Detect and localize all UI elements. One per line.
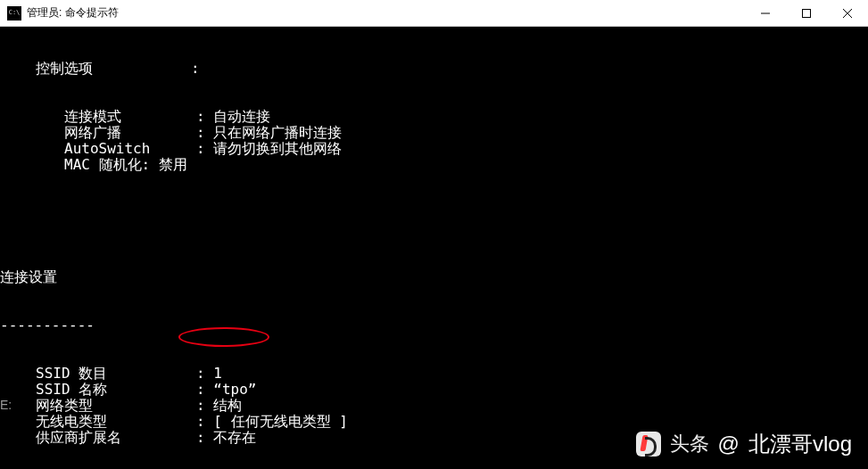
- control-header: 控制选项: [36, 61, 93, 77]
- colon: :: [196, 366, 213, 382]
- output-row: SSID 名称: “tpo”: [0, 382, 868, 398]
- output-row: 无线电类型: [ 任何无线电类型 ]: [0, 414, 868, 430]
- colon: :: [196, 109, 213, 125]
- field-value: 结构: [213, 398, 242, 414]
- field-value: 请勿切换到其他网络: [213, 141, 342, 157]
- watermark-user: 北漂哥vlog: [748, 430, 852, 458]
- output-row: SSID 数目: 1: [0, 366, 868, 382]
- maximize-button[interactable]: [786, 0, 827, 26]
- colon: :: [196, 430, 213, 446]
- colon: :: [196, 414, 213, 430]
- field-value: 1: [213, 366, 222, 382]
- field-label: MAC 随机化: 禁用: [64, 157, 196, 173]
- titlebar: 管理员: 命令提示符: [0, 0, 868, 27]
- field-label: SSID 数目: [36, 366, 196, 382]
- colon: :: [196, 398, 213, 414]
- colon: :: [196, 141, 213, 157]
- field-label: 网络广播: [64, 125, 196, 141]
- field-label: 网络类型: [36, 398, 196, 414]
- connection-header: 连接设置: [0, 269, 868, 285]
- field-value: 不存在: [213, 430, 256, 446]
- field-label: 无线电类型: [36, 414, 196, 430]
- field-label: 连接模式: [64, 109, 196, 125]
- watermark: 头条 @ 北漂哥vlog: [636, 430, 852, 458]
- output-row: 网络广播: 只在网络广播时连接: [0, 125, 868, 141]
- watermark-brand: 头条: [670, 431, 709, 457]
- divider: -----------: [0, 317, 868, 333]
- toutiao-logo-icon: [636, 432, 661, 457]
- field-label: SSID 名称: [36, 382, 196, 398]
- edge-text: E:: [0, 398, 12, 412]
- colon: :: [196, 125, 213, 141]
- minimize-button[interactable]: [745, 0, 786, 26]
- cmd-icon: [7, 6, 21, 21]
- close-button[interactable]: [827, 0, 868, 26]
- output-row: MAC 随机化: 禁用: [0, 157, 868, 173]
- field-value: 自动连接: [213, 109, 270, 125]
- output-row: AutoSwitch: 请勿切换到其他网络: [0, 141, 868, 157]
- window-title: 管理员: 命令提示符: [27, 5, 745, 21]
- watermark-at: @: [718, 432, 740, 457]
- field-value: 只在网络广播时连接: [213, 125, 342, 141]
- field-label: 供应商扩展名: [36, 430, 196, 446]
- field-label: AutoSwitch: [64, 141, 196, 157]
- window-controls: [745, 0, 868, 26]
- field-value: “tpo”: [213, 382, 256, 398]
- output-row: 网络类型: 结构: [0, 398, 868, 414]
- svg-rect-1: [803, 9, 811, 17]
- field-value: [ 任何无线电类型 ]: [213, 414, 348, 430]
- terminal-output: 控制选项: 连接模式: 自动连接网络广播: 只在网络广播时连接AutoSwitc…: [0, 27, 868, 469]
- output-row: 连接模式: 自动连接: [0, 109, 868, 125]
- colon: :: [196, 382, 213, 398]
